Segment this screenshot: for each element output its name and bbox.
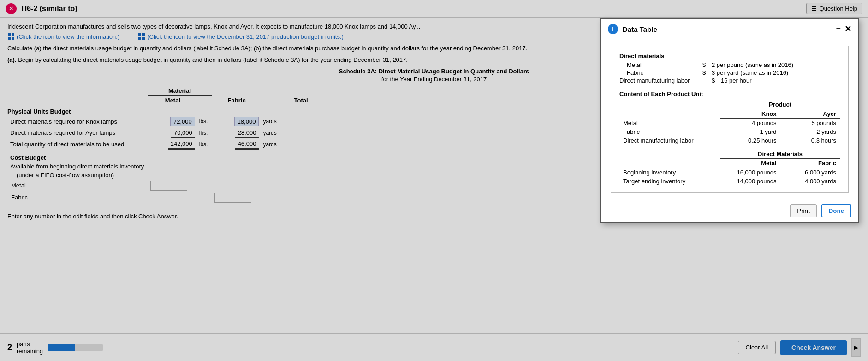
info-icon: i [608, 24, 618, 34]
ayer-fabric: 2 yards [780, 127, 840, 136]
dm-metal-col: Metal [720, 159, 780, 168]
dm-section-title: Direct Materials [720, 150, 840, 159]
ayer-header: Ayer [780, 109, 840, 119]
ending-fabric: 4,000 yards [780, 177, 840, 186]
beginning-fabric: 6,000 yards [780, 168, 840, 177]
beginning-metal: 16,000 pounds [720, 168, 780, 177]
product-metal-row: Metal 4 pounds 5 pounds [619, 119, 840, 128]
dm-fabric-row: Fabric $ 3 per yard (same as in 2016) [619, 69, 840, 76]
ending-metal: 14,000 pounds [720, 177, 780, 186]
product-fabric-row: Fabric 1 yard 2 yards [619, 127, 840, 136]
knox-fabric: 1 yard [720, 127, 780, 136]
ayer-labor: 0.3 hours [780, 136, 840, 145]
knox-metal: 4 pounds [720, 119, 780, 128]
beginning-inventory-row: Beginning inventory 16,000 pounds 6,000 … [619, 168, 840, 177]
dm-metal-row: Metal $ 2 per pound (same as in 2016) [619, 61, 840, 68]
product-header: Product [720, 100, 840, 109]
ayer-metal: 5 pounds [780, 119, 840, 128]
direct-materials-title: Direct materials [619, 53, 840, 60]
knox-header: Knox [720, 109, 780, 119]
done-button[interactable]: Done [821, 204, 851, 217]
dm-fabric-col: Fabric [780, 159, 840, 168]
modal-title: Data Table [623, 25, 657, 33]
product-labor-row: Direct manufacturing labor 0.25 hours 0.… [619, 136, 840, 145]
dm-labor-row: Direct manufacturing labor $ 16 per hour [619, 77, 840, 84]
modal-close-button[interactable]: ✕ [844, 24, 851, 34]
data-table-modal: i Data Table − ✕ Direct materials Metal … [600, 18, 859, 223]
content-title: Content of Each Product Unit [619, 90, 840, 97]
print-button[interactable]: Print [790, 204, 816, 217]
knox-labor: 0.25 hours [720, 136, 780, 145]
dm-metal-value: 2 per pound (same as in 2016) [712, 61, 840, 68]
modal-minimize-button[interactable]: − [836, 24, 841, 34]
dm-fabric-value: 3 per yard (same as in 2016) [712, 69, 840, 76]
dm-labor-value: 16 per hour [721, 77, 840, 84]
ending-inventory-row: Target ending inventory 14,000 pounds 4,… [619, 177, 840, 186]
modal-overlay: i Data Table − ✕ Direct materials Metal … [0, 0, 868, 361]
